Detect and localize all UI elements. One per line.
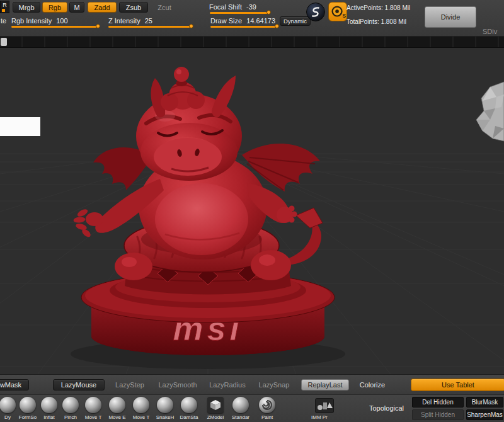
sharpen-mask-button[interactable]: SharpenMas xyxy=(466,409,503,420)
brush-item[interactable]: SnakeH xyxy=(154,397,176,420)
draw-size-slider[interactable]: Draw Size 14.64173 xyxy=(210,17,275,25)
brush-label: ZModel xyxy=(204,414,227,420)
document-scroll-strip[interactable] xyxy=(0,37,504,48)
scroll-handle[interactable] xyxy=(1,38,7,46)
lazymouse-button[interactable]: LazyMouse xyxy=(53,379,105,391)
swirl-glyph xyxy=(307,3,324,21)
rgb-intensity-slider[interactable]: Rgb Intensity 100 xyxy=(11,17,68,25)
draw-size-track[interactable] xyxy=(210,26,276,28)
brush-sphere-icon xyxy=(20,397,36,413)
brush-label: Move E xyxy=(106,414,129,420)
colorize-button[interactable]: Colorize xyxy=(354,379,391,391)
rgb-button[interactable]: Rgb xyxy=(42,2,67,13)
focal-shift-label: Focal Shift xyxy=(209,3,242,11)
m-button[interactable]: M xyxy=(69,2,84,13)
top-toolbar: R Mrgb Rgb M Zadd Zsub Zcut Focal Shift … xyxy=(0,0,504,37)
brush-label: Paint xyxy=(256,414,278,420)
mask-button-partial[interactable]: wMask xyxy=(0,379,29,391)
imm-brush-label: IMM Pr xyxy=(311,414,328,420)
z-intensity-handle[interactable] xyxy=(189,24,193,28)
svg-text:S: S xyxy=(342,13,346,19)
replaylast-button[interactable]: ReplayLast xyxy=(301,379,349,391)
brush-item[interactable]: Inflat xyxy=(38,397,60,420)
brush-label: DamSta xyxy=(178,414,200,420)
blur-mask-button[interactable]: BlurMask xyxy=(466,397,503,408)
imm-brush-icon[interactable] xyxy=(315,398,334,413)
brush-item[interactable]: Pinch xyxy=(59,397,82,420)
brush-sphere-icon xyxy=(85,397,101,413)
brush-label: SnakeH xyxy=(154,414,176,420)
draw-size-value: 14.64173 xyxy=(246,17,275,25)
lazyradius-button[interactable]: LazyRadius xyxy=(205,379,249,391)
brush-label: Standar xyxy=(229,414,252,420)
brush-sphere-icon xyxy=(133,397,149,413)
sculpt-canvas[interactable]: msi xyxy=(0,48,504,374)
rgb-intensity-label: Rgb Intensity xyxy=(11,17,52,25)
paint-shell-icon xyxy=(259,397,275,413)
zbrush-window: R Mrgb Rgb M Zadd Zsub Zcut Focal Shift … xyxy=(0,0,504,422)
scene-illustration: msi xyxy=(0,48,504,374)
zmodeler-cube-icon xyxy=(207,397,224,413)
active-points-readout: ActivePoints: 1.808 Mil xyxy=(346,4,410,11)
z-intensity-slider[interactable]: Z Intensity 25 xyxy=(108,17,152,25)
divide-button[interactable]: Divide xyxy=(425,6,476,28)
del-hidden-button[interactable]: Del Hidden xyxy=(412,397,464,408)
zadd-button[interactable]: Zadd xyxy=(88,2,117,13)
topological-label[interactable]: Topological xyxy=(369,404,404,412)
zcut-button[interactable]: Zcut xyxy=(151,2,178,13)
brush-item[interactable]: Move T xyxy=(82,397,105,420)
rgb-intensity-value: 100 xyxy=(56,17,67,25)
brush-sphere-icon xyxy=(0,397,16,413)
total-points-readout: TotalPoints: 1.808 Mil xyxy=(346,18,406,25)
brush-label: Move T xyxy=(130,414,152,420)
sdiv-label[interactable]: SDiv xyxy=(483,28,497,35)
focal-shift-value: -39 xyxy=(246,3,256,11)
zbrush-swirl-icon[interactable] xyxy=(306,3,325,21)
focal-shift-track[interactable] xyxy=(210,12,268,14)
rgb-intensity-track[interactable] xyxy=(11,26,97,28)
brush-sphere-icon xyxy=(41,397,57,413)
split-hidden-button[interactable]: Split Hidden xyxy=(412,409,464,420)
dragon-statue-model: msi xyxy=(71,67,345,369)
lazystep-button[interactable]: LazyStep xyxy=(111,379,149,391)
brush-item[interactable]: Move E xyxy=(106,397,129,420)
brush-sphere-icon xyxy=(62,397,79,413)
orange-dot-icon xyxy=(2,9,5,12)
stroke-settings-bar: wMask LazyMouse LazyStep LazySmooth Lazy… xyxy=(0,374,504,394)
brush-sphere-icon xyxy=(109,397,125,413)
brush-item[interactable]: Move T xyxy=(130,397,152,420)
z-intensity-value: 25 xyxy=(145,17,152,25)
draw-size-handle[interactable] xyxy=(275,24,279,28)
tool-thumbnail-partial[interactable]: R xyxy=(0,1,9,13)
brush-item[interactable]: Standar xyxy=(229,397,252,420)
brush-item[interactable]: DamSta xyxy=(178,397,200,420)
brush-sphere-icon xyxy=(232,397,249,413)
brush-label: Pinch xyxy=(59,414,82,420)
brush-item[interactable]: Paint xyxy=(256,397,278,420)
brush-sphere-icon xyxy=(181,397,197,413)
sculptris-glyph: S xyxy=(329,2,346,21)
rgb-intensity-handle[interactable] xyxy=(96,24,100,28)
brush-label: Inflat xyxy=(38,414,60,420)
lazysmooth-button[interactable]: LazySmooth xyxy=(155,379,200,391)
background-model-head xyxy=(476,82,504,141)
dynamic-toggle[interactable]: Dynamic xyxy=(280,16,311,26)
brush-sphere-icon xyxy=(157,397,173,413)
lazysnap-button[interactable]: LazySnap xyxy=(255,379,294,391)
tool-thumb-letter: R xyxy=(3,2,7,8)
z-intensity-track[interactable] xyxy=(108,26,190,28)
zsub-button[interactable]: Zsub xyxy=(119,2,148,13)
focal-shift-handle[interactable] xyxy=(266,10,271,14)
partial-label: te xyxy=(1,17,6,25)
use-tablet-button[interactable]: Use Tablet xyxy=(411,379,504,391)
mrgb-button[interactable]: Mrgb xyxy=(13,2,40,13)
brush-item[interactable]: ZModel xyxy=(204,397,227,420)
draw-size-label: Draw Size xyxy=(210,17,242,25)
brush-tray: Dy FormSo Inflat Pinch Move T Move E Mov… xyxy=(0,394,504,422)
sculptris-pro-icon[interactable]: S xyxy=(328,2,347,21)
brush-label: FormSo xyxy=(16,414,39,420)
brush-label: Move T xyxy=(82,414,105,420)
focal-shift-slider[interactable]: Focal Shift -39 xyxy=(209,3,256,11)
blank-swatch xyxy=(0,117,40,136)
brush-item[interactable]: FormSo xyxy=(16,397,39,420)
